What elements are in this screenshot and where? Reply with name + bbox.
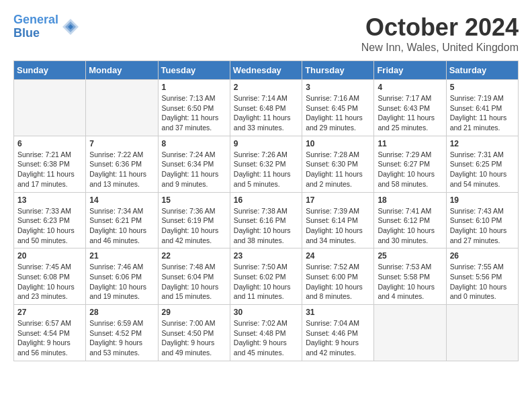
day-number: 20	[17, 251, 82, 261]
day-number: 31	[306, 308, 370, 317]
day-info: Sunrise: 7:36 AM Sunset: 6:19 PM Dayligh…	[162, 206, 226, 246]
day-number: 29	[162, 308, 226, 317]
calendar-cell	[86, 80, 158, 136]
day-number: 19	[450, 195, 515, 205]
day-number: 3	[306, 83, 370, 92]
day-number: 24	[306, 251, 370, 261]
day-info: Sunrise: 7:22 AM Sunset: 6:36 PM Dayligh…	[89, 150, 154, 189]
calendar-week-4: 27Sunrise: 6:57 AM Sunset: 4:54 PM Dayli…	[14, 305, 519, 361]
calendar-cell: 31Sunrise: 7:04 AM Sunset: 4:46 PM Dayli…	[302, 305, 374, 361]
day-info: Sunrise: 7:00 AM Sunset: 4:50 PM Dayligh…	[162, 318, 226, 358]
day-info: Sunrise: 6:59 AM Sunset: 4:52 PM Dayligh…	[89, 318, 154, 358]
calendar-header-row: SundayMondayTuesdayWednesdayThursdayFrid…	[14, 61, 519, 80]
day-number: 11	[378, 139, 442, 148]
day-info: Sunrise: 7:31 AM Sunset: 6:25 PM Dayligh…	[450, 150, 515, 189]
calendar-cell: 26Sunrise: 7:55 AM Sunset: 5:56 PM Dayli…	[446, 248, 518, 305]
day-number: 6	[17, 139, 82, 148]
day-info: Sunrise: 7:17 AM Sunset: 6:43 PM Dayligh…	[378, 93, 442, 133]
day-info: Sunrise: 7:13 AM Sunset: 6:50 PM Dayligh…	[162, 93, 226, 133]
calendar-cell: 19Sunrise: 7:43 AM Sunset: 6:10 PM Dayli…	[446, 192, 518, 248]
day-info: Sunrise: 7:52 AM Sunset: 6:00 PM Dayligh…	[306, 262, 370, 302]
title-block: October 2024 New Inn, Wales, United King…	[361, 13, 519, 54]
calendar-cell: 18Sunrise: 7:41 AM Sunset: 6:12 PM Dayli…	[374, 192, 446, 248]
day-number: 22	[162, 251, 226, 261]
day-number: 5	[450, 83, 515, 92]
calendar-cell: 1Sunrise: 7:13 AM Sunset: 6:50 PM Daylig…	[158, 80, 230, 136]
day-number: 30	[234, 308, 298, 317]
calendar-cell: 27Sunrise: 6:57 AM Sunset: 4:54 PM Dayli…	[14, 305, 86, 361]
calendar-cell: 23Sunrise: 7:50 AM Sunset: 6:02 PM Dayli…	[230, 248, 302, 305]
day-number: 1	[162, 83, 226, 92]
calendar-cell: 20Sunrise: 7:45 AM Sunset: 6:08 PM Dayli…	[14, 248, 86, 305]
calendar-cell	[374, 305, 446, 361]
location: New Inn, Wales, United Kingdom	[361, 42, 519, 54]
day-header-saturday: Saturday	[446, 61, 518, 80]
day-info: Sunrise: 7:29 AM Sunset: 6:27 PM Dayligh…	[378, 150, 442, 189]
calendar-cell: 16Sunrise: 7:38 AM Sunset: 6:16 PM Dayli…	[230, 192, 302, 248]
calendar-week-3: 20Sunrise: 7:45 AM Sunset: 6:08 PM Dayli…	[14, 248, 519, 305]
day-number: 25	[378, 251, 442, 261]
calendar-cell: 13Sunrise: 7:33 AM Sunset: 6:23 PM Dayli…	[14, 192, 86, 248]
day-number: 13	[17, 195, 82, 205]
calendar-cell: 14Sunrise: 7:34 AM Sunset: 6:21 PM Dayli…	[86, 192, 158, 248]
day-info: Sunrise: 7:28 AM Sunset: 6:30 PM Dayligh…	[306, 150, 370, 189]
day-number: 10	[306, 139, 370, 148]
calendar-table: SundayMondayTuesdayWednesdayThursdayFrid…	[13, 60, 519, 361]
day-header-monday: Monday	[86, 61, 158, 80]
day-info: Sunrise: 7:19 AM Sunset: 6:41 PM Dayligh…	[450, 93, 515, 133]
calendar-cell: 22Sunrise: 7:48 AM Sunset: 6:04 PM Dayli…	[158, 248, 230, 305]
day-number: 15	[162, 195, 226, 205]
day-info: Sunrise: 7:39 AM Sunset: 6:14 PM Dayligh…	[306, 206, 370, 246]
calendar-cell: 30Sunrise: 7:02 AM Sunset: 4:48 PM Dayli…	[230, 305, 302, 361]
day-number: 21	[89, 251, 154, 261]
day-info: Sunrise: 6:57 AM Sunset: 4:54 PM Dayligh…	[17, 318, 82, 358]
day-info: Sunrise: 7:53 AM Sunset: 5:58 PM Dayligh…	[378, 262, 442, 302]
day-info: Sunrise: 7:04 AM Sunset: 4:46 PM Dayligh…	[306, 318, 370, 358]
month-title: October 2024	[361, 13, 519, 42]
day-number: 9	[234, 139, 298, 148]
day-number: 16	[234, 195, 298, 205]
day-number: 8	[162, 139, 226, 148]
calendar-week-1: 6Sunrise: 7:21 AM Sunset: 6:38 PM Daylig…	[14, 136, 519, 192]
day-info: Sunrise: 7:34 AM Sunset: 6:21 PM Dayligh…	[89, 206, 154, 246]
logo-icon	[61, 17, 80, 36]
day-header-wednesday: Wednesday	[230, 61, 302, 80]
day-number: 26	[450, 251, 515, 261]
day-number: 28	[89, 308, 154, 317]
day-header-sunday: Sunday	[14, 61, 86, 80]
calendar-cell: 10Sunrise: 7:28 AM Sunset: 6:30 PM Dayli…	[302, 136, 374, 192]
day-info: Sunrise: 7:43 AM Sunset: 6:10 PM Dayligh…	[450, 206, 515, 246]
day-number: 2	[234, 83, 298, 92]
day-info: Sunrise: 7:26 AM Sunset: 6:32 PM Dayligh…	[234, 150, 298, 189]
day-info: Sunrise: 7:46 AM Sunset: 6:06 PM Dayligh…	[89, 262, 154, 302]
day-number: 14	[89, 195, 154, 205]
day-header-friday: Friday	[374, 61, 446, 80]
calendar-cell: 7Sunrise: 7:22 AM Sunset: 6:36 PM Daylig…	[86, 136, 158, 192]
calendar-body: 1Sunrise: 7:13 AM Sunset: 6:50 PM Daylig…	[14, 80, 519, 361]
day-number: 17	[306, 195, 370, 205]
day-number: 23	[234, 251, 298, 261]
page-header: General Blue October 2024 New Inn, Wales…	[13, 13, 519, 54]
calendar-cell: 28Sunrise: 6:59 AM Sunset: 4:52 PM Dayli…	[86, 305, 158, 361]
day-number: 27	[17, 308, 82, 317]
logo-text: General Blue	[13, 13, 58, 40]
calendar-cell: 3Sunrise: 7:16 AM Sunset: 6:45 PM Daylig…	[302, 80, 374, 136]
day-number: 12	[450, 139, 515, 148]
day-info: Sunrise: 7:50 AM Sunset: 6:02 PM Dayligh…	[234, 262, 298, 302]
day-info: Sunrise: 7:21 AM Sunset: 6:38 PM Dayligh…	[17, 150, 82, 189]
calendar-cell: 2Sunrise: 7:14 AM Sunset: 6:48 PM Daylig…	[230, 80, 302, 136]
calendar-cell: 5Sunrise: 7:19 AM Sunset: 6:41 PM Daylig…	[446, 80, 518, 136]
day-info: Sunrise: 7:45 AM Sunset: 6:08 PM Dayligh…	[17, 262, 82, 302]
calendar-cell	[14, 80, 86, 136]
day-info: Sunrise: 7:02 AM Sunset: 4:48 PM Dayligh…	[234, 318, 298, 358]
calendar-week-0: 1Sunrise: 7:13 AM Sunset: 6:50 PM Daylig…	[14, 80, 519, 136]
calendar-cell: 21Sunrise: 7:46 AM Sunset: 6:06 PM Dayli…	[86, 248, 158, 305]
calendar-cell	[446, 305, 518, 361]
day-info: Sunrise: 7:41 AM Sunset: 6:12 PM Dayligh…	[378, 206, 442, 246]
calendar-cell: 17Sunrise: 7:39 AM Sunset: 6:14 PM Dayli…	[302, 192, 374, 248]
day-info: Sunrise: 7:24 AM Sunset: 6:34 PM Dayligh…	[162, 150, 226, 189]
day-info: Sunrise: 7:55 AM Sunset: 5:56 PM Dayligh…	[450, 262, 515, 302]
calendar-cell: 8Sunrise: 7:24 AM Sunset: 6:34 PM Daylig…	[158, 136, 230, 192]
calendar-week-2: 13Sunrise: 7:33 AM Sunset: 6:23 PM Dayli…	[14, 192, 519, 248]
day-number: 18	[378, 195, 442, 205]
